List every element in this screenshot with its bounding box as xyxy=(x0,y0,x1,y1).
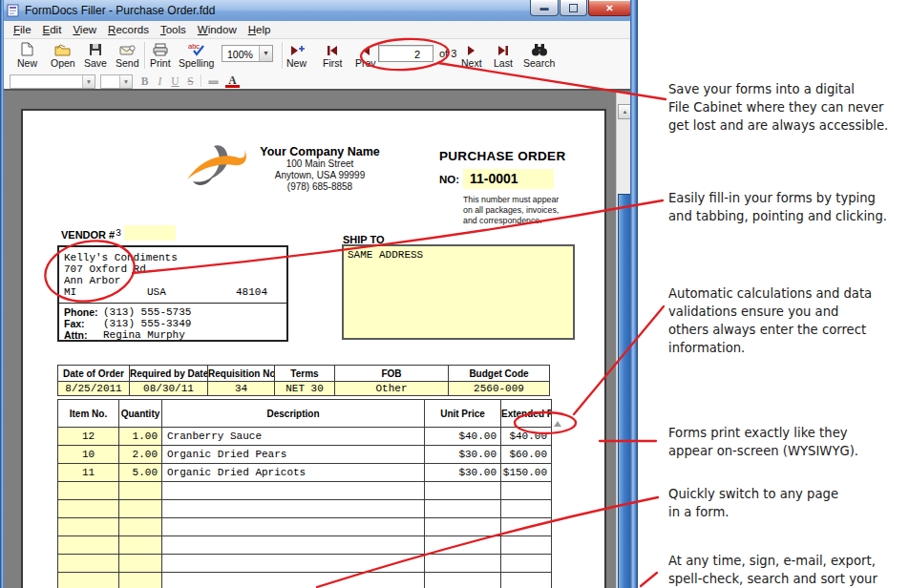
strikethrough-button[interactable]: S xyxy=(183,74,198,88)
info-header: Budget Code xyxy=(449,366,550,382)
vendor-number-field[interactable] xyxy=(124,225,176,241)
item-cell[interactable] xyxy=(162,573,425,588)
item-cell[interactable] xyxy=(162,482,425,500)
po-number-field[interactable]: 11-0001 xyxy=(463,169,554,189)
zoom-dropdown-arrow[interactable]: ▼ xyxy=(259,46,272,61)
font-name-dropdown-arrow[interactable]: ▼ xyxy=(82,75,95,88)
item-cell[interactable] xyxy=(501,573,552,588)
item-cell[interactable]: 2.00 xyxy=(119,446,162,464)
ship-to-field[interactable]: SAME ADDRESS xyxy=(342,244,575,340)
item-cell[interactable] xyxy=(501,536,552,555)
item-cell[interactable]: $30.00 xyxy=(425,464,501,482)
item-cell[interactable] xyxy=(501,555,552,573)
menu-tools[interactable]: Tools xyxy=(155,22,192,37)
info-field[interactable]: 2560-009 xyxy=(449,382,550,396)
item-cell[interactable]: Organic Dried Apricots xyxy=(162,464,425,482)
highlight-icon[interactable] xyxy=(206,74,221,88)
item-cell[interactable]: $40.00 xyxy=(501,428,552,446)
title-bar[interactable]: FormDocs Filler - Purchase Order.fdd ▬ ✕ xyxy=(0,0,638,22)
menu-file[interactable]: File xyxy=(8,22,37,37)
item-cell[interactable] xyxy=(119,555,162,573)
item-cell[interactable] xyxy=(162,500,425,518)
info-field[interactable]: NET 30 xyxy=(275,382,335,396)
font-size-dropdown-arrow[interactable]: ▼ xyxy=(119,75,132,88)
item-cell[interactable]: Cranberry Sauce xyxy=(162,428,425,446)
zoom-select[interactable]: 100% ▼ xyxy=(222,45,273,62)
item-cell[interactable] xyxy=(425,482,501,500)
item-cell[interactable] xyxy=(501,500,552,518)
bold-button[interactable]: B xyxy=(137,74,152,88)
record-prev-button[interactable]: Prev xyxy=(355,41,376,69)
font-color-button[interactable]: A xyxy=(225,74,240,88)
info-header: Date of Order xyxy=(58,366,130,382)
page-of-label: of 3 xyxy=(439,48,456,59)
print-button[interactable]: Print xyxy=(150,41,171,69)
search-button[interactable]: Search xyxy=(523,41,555,69)
info-field[interactable]: Other xyxy=(335,382,449,396)
underline-button[interactable]: U xyxy=(168,74,182,88)
info-field[interactable]: 8/25/2011 xyxy=(58,382,130,396)
item-cell[interactable]: 5.00 xyxy=(119,464,162,482)
menu-bar: FileEditViewRecordsToolsWindowHelp xyxy=(4,21,630,39)
item-cell[interactable]: Organic Dried Pears xyxy=(162,446,425,464)
close-button[interactable]: ✕ xyxy=(588,0,631,16)
item-cell[interactable] xyxy=(119,573,162,588)
menu-window[interactable]: Window xyxy=(192,22,243,37)
vendor-address-box[interactable]: Kelly's Condiments 707 Oxford Rd. Ann Ar… xyxy=(57,245,288,342)
item-cell[interactable] xyxy=(119,536,162,555)
item-cell[interactable]: $40.00 xyxy=(425,428,501,446)
item-cell[interactable] xyxy=(58,573,119,588)
item-cell[interactable] xyxy=(162,536,425,555)
info-field[interactable]: 08/30/11 xyxy=(130,382,208,396)
item-cell[interactable]: $150.00 xyxy=(501,464,552,482)
item-cell[interactable] xyxy=(58,555,119,573)
item-cell[interactable]: 11 xyxy=(58,464,119,482)
item-cell[interactable] xyxy=(162,518,425,536)
item-cell[interactable]: 10 xyxy=(58,446,119,464)
table-scroll-up-icon[interactable] xyxy=(554,421,561,427)
item-cell[interactable] xyxy=(119,482,162,500)
record-new-button[interactable]: New xyxy=(286,41,307,69)
item-cell[interactable] xyxy=(58,482,119,500)
item-cell[interactable] xyxy=(425,518,501,536)
minimize-button[interactable]: ▬ xyxy=(530,0,559,16)
menu-records[interactable]: Records xyxy=(102,22,155,37)
maximize-button[interactable] xyxy=(560,0,587,16)
item-cell[interactable]: 1.00 xyxy=(119,428,162,446)
record-first-button[interactable]: First xyxy=(323,41,342,69)
vendor-attn: Regina Murphy xyxy=(103,329,185,341)
open-button[interactable]: Open xyxy=(51,41,75,69)
item-cell[interactable] xyxy=(119,500,162,518)
item-cell[interactable] xyxy=(58,536,119,555)
menu-view[interactable]: View xyxy=(67,22,102,37)
menu-edit[interactable]: Edit xyxy=(37,22,68,37)
window-border-left xyxy=(0,0,4,588)
company-address2: Anytown, USA 99999 xyxy=(231,170,409,181)
record-last-button[interactable]: Last xyxy=(494,41,513,69)
record-next-button[interactable]: Next xyxy=(461,41,482,69)
item-cell[interactable] xyxy=(425,573,501,588)
font-size-select[interactable]: ▼ xyxy=(100,74,133,89)
item-cell[interactable] xyxy=(58,500,119,518)
info-field[interactable]: 34 xyxy=(208,382,275,396)
page-number-input[interactable]: 2 xyxy=(378,45,433,62)
item-cell[interactable] xyxy=(162,555,425,573)
item-cell[interactable] xyxy=(425,500,501,518)
save-button[interactable]: Save xyxy=(84,41,107,69)
item-cell[interactable] xyxy=(425,536,501,555)
item-cell[interactable] xyxy=(119,518,162,536)
spelling-button[interactable]: abc Spelling xyxy=(179,41,214,69)
item-cell[interactable] xyxy=(58,518,119,536)
menu-help[interactable]: Help xyxy=(243,22,277,37)
po-note: This number must appear on all packages,… xyxy=(463,195,578,226)
item-cell[interactable] xyxy=(501,518,552,536)
italic-button[interactable]: I xyxy=(153,74,167,88)
item-cell[interactable]: $30.00 xyxy=(425,446,501,464)
item-cell[interactable] xyxy=(425,555,501,573)
item-cell[interactable] xyxy=(501,482,552,500)
new-button[interactable]: New xyxy=(17,41,37,69)
send-button[interactable]: Send xyxy=(116,41,139,69)
item-cell[interactable]: $60.00 xyxy=(501,446,552,464)
item-cell[interactable]: 12 xyxy=(58,428,119,446)
font-name-select[interactable]: ▼ xyxy=(10,74,95,89)
